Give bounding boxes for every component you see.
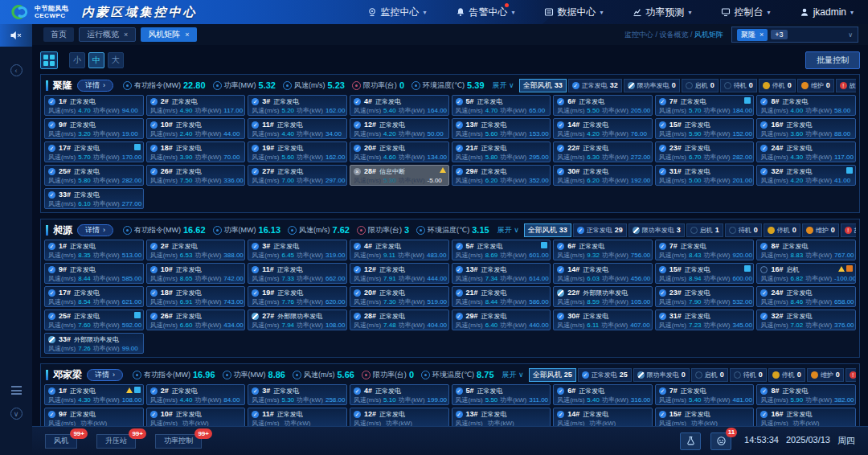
- expand-link[interactable]: 展开 ∨: [493, 80, 514, 91]
- status-chip-维护[interactable]: 维护0: [807, 368, 844, 382]
- turbine-card-邓家梁-16#[interactable]: ✓16#正常发电风速(m/s)功率(kW): [756, 408, 856, 426]
- turbine-card-昶源-3#[interactable]: ✓3#正常发电风速(m/s)6.45功率(kW)319.00: [248, 240, 347, 260]
- turbine-card-邓家梁-4#[interactable]: ✓4#正常发电风速(m/s)5.10功率(kW)199.00: [350, 384, 449, 405]
- status-chip-正常发电[interactable]: ✓正常发电32: [568, 79, 622, 92]
- turbine-card-邓家梁-10#[interactable]: ✓10#正常发电风速(m/s)功率(kW): [146, 408, 246, 426]
- status-chip-正常发电[interactable]: ✓正常发电25: [578, 368, 632, 382]
- turbine-card-聚隆-1#[interactable]: ✓1#正常发电风速(m/s)4.70功率(kW)94.00: [44, 95, 144, 116]
- turbine-card-聚隆-25#[interactable]: ✓25#正常发电风速(m/s)5.80功率(kW)282.00: [44, 165, 144, 186]
- turbine-card-昶源-13#[interactable]: ✓13#正常发电风速(m/s)7.34功率(kW)614.00: [452, 263, 551, 284]
- turbine-card-昶源-26#[interactable]: ✓26#正常发电风速(m/s)6.60功率(kW)434.00: [146, 309, 246, 330]
- turbine-card-聚隆-28#[interactable]: ×28#信息中断风速(m/s)5.30功率(kW)-5.00: [350, 165, 449, 186]
- turbine-card-聚隆-18#[interactable]: ✓18#正常发电风速(m/s)3.90功率(kW)70.00: [146, 141, 246, 162]
- size-button-中[interactable]: 中: [88, 52, 104, 68]
- turbine-card-聚隆-4#[interactable]: ✓4#正常发电风速(m/s)5.40功率(kW)164.00: [350, 95, 449, 116]
- turbine-card-昶源-6#[interactable]: ✓6#正常发电风速(m/s)9.32功率(kW)756.00: [553, 240, 653, 260]
- turbine-card-聚隆-3#[interactable]: ✓3#正常发电风速(m/s)5.20功率(kW)162.00: [248, 95, 347, 116]
- nav-item-告警中心[interactable]: 告警中心▾: [456, 6, 515, 19]
- status-chip-故障[interactable]: !故障0: [841, 223, 856, 237]
- turbine-card-昶源-23#[interactable]: ✓23#正常发电风速(m/s)7.90功率(kW)532.00: [655, 286, 755, 307]
- turbine-card-昶源-25#[interactable]: ✓25#正常发电风速(m/s)7.60功率(kW)592.00: [44, 309, 144, 330]
- detail-button[interactable]: 详情›: [77, 224, 113, 236]
- turbine-card-昶源-31#[interactable]: ✓31#正常发电风速(m/s)7.23功率(kW)345.00: [655, 309, 755, 330]
- turbine-card-昶源-15#[interactable]: ✓15#正常发电风速(m/s)8.94功率(kW)600.00: [655, 263, 755, 284]
- turbine-card-聚隆-11#[interactable]: ✓11#正常发电风速(m/s)4.40功率(kW)34.00: [248, 118, 347, 139]
- volume-muted-button[interactable]: [0, 24, 32, 47]
- status-chip-维护[interactable]: 维护0: [797, 79, 834, 92]
- tab-首页[interactable]: 首页: [43, 27, 74, 42]
- alarm-tab-风机[interactable]: 风机99+: [45, 434, 77, 449]
- turbine-card-聚隆-12#[interactable]: ✓12#正常发电风速(m/s)4.20功率(kW)50.00: [350, 118, 449, 139]
- turbine-card-聚隆-24#[interactable]: ✓24#正常发电风速(m/s)4.30功率(kW)117.00: [756, 141, 856, 162]
- status-chip-限功率发电[interactable]: 限功率发电3: [628, 223, 685, 237]
- turbine-card-昶源-4#[interactable]: ✓4#正常发电风速(m/s)9.11功率(kW)483.00: [350, 240, 449, 260]
- turbine-card-昶源-12#[interactable]: ✓12#正常发电风速(m/s)7.91功率(kW)444.00: [350, 263, 449, 284]
- filter-more-chip[interactable]: +3: [771, 30, 787, 39]
- nav-item-监控中心[interactable]: 监控中心▾: [367, 6, 427, 19]
- close-icon[interactable]: ×: [185, 31, 189, 39]
- turbine-card-聚隆-21#[interactable]: ✓21#正常发电风速(m/s)5.80功率(kW)295.00: [452, 141, 551, 162]
- tab-风机矩阵[interactable]: 风机矩阵×: [141, 27, 196, 42]
- turbine-card-昶源-2#[interactable]: ✓2#正常发电风速(m/s)6.53功率(kW)388.00: [146, 240, 246, 260]
- turbine-card-邓家梁-6#[interactable]: ✓6#正常发电风速(m/s)5.40功率(kW)316.00: [553, 384, 653, 405]
- expand-link[interactable]: 展开 ∨: [502, 370, 524, 380]
- turbine-card-聚隆-32#[interactable]: ✓32#正常发电风速(m/s)4.20功率(kW)41.00: [756, 165, 856, 186]
- status-chip-全部风机[interactable]: 全部风机33: [519, 79, 567, 92]
- turbine-card-昶源-33#[interactable]: 33#外部限功率发电风速(m/s)7.26功率(kW)99.00: [44, 333, 144, 354]
- turbine-card-聚隆-14#[interactable]: ✓14#正常发电风速(m/s)4.20功率(kW)76.00: [553, 118, 653, 139]
- turbine-card-邓家梁-15#[interactable]: ✓15#正常发电风速(m/s)功率(kW): [655, 408, 755, 426]
- status-chip-启机[interactable]: 启机0: [691, 368, 728, 382]
- turbine-card-昶源-18#[interactable]: ✓18#正常发电风速(m/s)6.91功率(kW)743.00: [146, 286, 246, 307]
- detail-button[interactable]: 详情›: [87, 369, 123, 381]
- farm-filter-select[interactable]: 聚隆× +3 ∨: [731, 27, 858, 43]
- turbine-card-聚隆-29#[interactable]: ✓29#正常发电风速(m/s)6.20功率(kW)352.00: [452, 165, 551, 186]
- turbine-card-聚隆-30#[interactable]: ✓30#正常发电风速(m/s)6.20功率(kW)192.00: [553, 165, 653, 186]
- collapse-button[interactable]: ‹: [0, 64, 32, 76]
- turbine-card-邓家梁-9#[interactable]: ✓9#正常发电风速(m/s)功率(kW): [44, 408, 144, 426]
- status-chip-启机[interactable]: 启机1: [686, 223, 723, 237]
- turbine-card-昶源-27#[interactable]: 27#外部限功率发电风速(m/s)7.94功率(kW)108.00: [248, 309, 347, 330]
- turbine-card-邓家梁-5#[interactable]: ✓5#正常发电风速(m/s)5.50功率(kW)311.00: [452, 384, 551, 405]
- turbine-card-邓家梁-7#[interactable]: ✓7#正常发电风速(m/s)5.40功率(kW)481.00: [655, 384, 755, 405]
- turbine-card-邓家梁-2#[interactable]: ✓2#正常发电风速(m/s)4.40功率(kW)84.00: [146, 384, 246, 405]
- status-chip-待机[interactable]: 待机0: [725, 223, 762, 237]
- status-chip-全部风机[interactable]: 全部风机25: [529, 368, 576, 382]
- turbine-card-昶源-28#[interactable]: ✓28#正常发电风速(m/s)7.48功率(kW)404.00: [350, 309, 449, 330]
- turbine-card-聚隆-26#[interactable]: ✓26#正常发电风速(m/s)7.50功率(kW)336.00: [146, 165, 246, 186]
- turbine-card-昶源-8#[interactable]: ✓8#正常发电风速(m/s)8.83功率(kW)767.00: [756, 240, 856, 260]
- turbine-card-昶源-14#[interactable]: ✓14#正常发电风速(m/s)6.03功率(kW)456.00: [553, 263, 653, 284]
- turbine-card-聚隆-17#[interactable]: ✓17#正常发电风速(m/s)5.70功率(kW)170.00: [44, 141, 144, 162]
- turbine-card-昶源-24#[interactable]: ✓24#正常发电风速(m/s)8.46功率(kW)658.00: [756, 286, 856, 307]
- turbine-card-聚隆-31#[interactable]: ✓31#正常发电风速(m/s)5.00功率(kW)201.00: [655, 165, 755, 186]
- turbine-card-邓家梁-8#[interactable]: ✓8#正常发电风速(m/s)5.90功率(kW)382.00: [756, 384, 856, 405]
- nav-item-控制台[interactable]: 控制台▾: [721, 6, 771, 19]
- turbine-card-聚隆-10#[interactable]: ✓10#正常发电风速(m/s)2.40功率(kW)44.00: [146, 118, 246, 139]
- turbine-card-聚隆-15#[interactable]: ✓15#正常发电风速(m/s)5.90功率(kW)152.00: [655, 118, 755, 139]
- expand-link[interactable]: 展开 ∨: [497, 225, 519, 236]
- size-button-小[interactable]: 小: [69, 52, 85, 68]
- turbine-card-昶源-11#[interactable]: ✓11#正常发电风速(m/s)7.33功率(kW)662.00: [248, 263, 347, 284]
- status-chip-启机[interactable]: 启机0: [682, 79, 719, 92]
- status-chip-故障[interactable]: !故障0: [836, 79, 856, 92]
- status-chip-待机[interactable]: 待机0: [720, 79, 757, 92]
- turbine-card-聚隆-2#[interactable]: ✓2#正常发电风速(m/s)4.90功率(kW)117.00: [146, 95, 246, 116]
- turbine-card-昶源-10#[interactable]: ✓10#正常发电风速(m/s)8.65功率(kW)742.00: [146, 263, 246, 284]
- status-chip-待机[interactable]: 待机0: [730, 368, 767, 382]
- tool-button[interactable]: [680, 432, 701, 450]
- turbine-card-昶源-32#[interactable]: ✓32#正常发电风速(m/s)7.02功率(kW)376.00: [756, 309, 856, 330]
- status-chip-停机[interactable]: 停机0: [764, 223, 800, 237]
- alarm-tab-功率控制[interactable]: 功率控制99+: [155, 434, 202, 449]
- turbine-card-昶源-7#[interactable]: ✓7#正常发电风速(m/s)8.43功率(kW)920.00: [655, 240, 755, 260]
- turbine-card-聚隆-16#[interactable]: ✓16#正常发电风速(m/s)3.60功率(kW)88.00: [756, 118, 856, 139]
- turbine-card-聚隆-8#[interactable]: ✓8#正常发电风速(m/s)4.00功率(kW)58.00: [756, 95, 856, 116]
- turbine-card-聚隆-6#[interactable]: ✓6#正常发电风速(m/s)5.50功率(kW)205.00: [553, 95, 653, 116]
- turbine-card-邓家梁-13#[interactable]: ✓13#正常发电风速(m/s)功率(kW): [452, 408, 551, 426]
- filter-chip[interactable]: 聚隆×: [737, 29, 768, 41]
- nav-item-数据中心[interactable]: 数据中心▾: [544, 6, 604, 19]
- turbine-card-邓家梁-12#[interactable]: ✓12#正常发电风速(m/s)功率(kW): [350, 408, 449, 426]
- scroll-bottom-icon[interactable]: ∨: [10, 408, 23, 420]
- status-chip-限功率发电[interactable]: 限功率发电0: [624, 79, 680, 92]
- turbine-card-聚隆-9#[interactable]: ✓9#正常发电风速(m/s)3.20功率(kW)19.00: [44, 118, 144, 139]
- turbine-card-聚隆-5#[interactable]: ✓5#正常发电风速(m/s)4.70功率(kW)65.00: [452, 95, 551, 116]
- detail-button[interactable]: 详情›: [77, 80, 113, 92]
